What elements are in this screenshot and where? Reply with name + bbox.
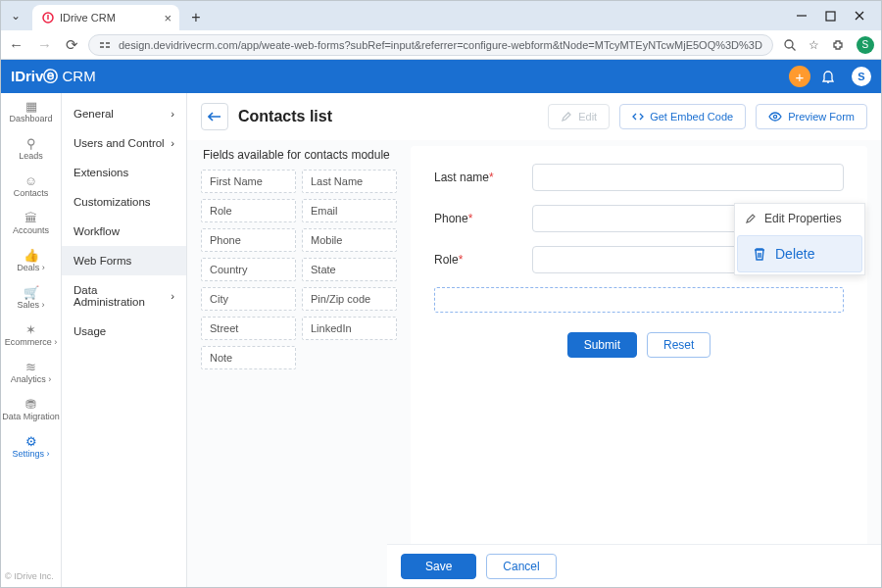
menu-delete[interactable]: Delete [737, 235, 862, 272]
gear-icon: ⚙ [25, 435, 37, 448]
url-text: design.devidrivecrm.com/app/weate-web-fo… [119, 39, 762, 51]
pencil-icon [745, 213, 757, 224]
nav-contacts[interactable]: ☺Contacts [1, 168, 61, 205]
save-button[interactable]: Save [401, 554, 476, 579]
form-label: Phone* [434, 212, 532, 225]
field-chip[interactable]: State [302, 258, 397, 281]
nav-data-migration[interactable]: ⛃Data Migration [1, 391, 61, 428]
window-minimize-icon[interactable] [796, 10, 808, 22]
back-button[interactable] [201, 103, 228, 130]
app-root: IDrivⓔ CRM + S ▦Dashboard ⚲Leads ☺Contac… [1, 60, 881, 587]
edit-button[interactable]: Edit [548, 104, 610, 129]
secondary-nav: General› Users and Control› Extensions C… [62, 93, 187, 587]
form-actions: Submit Reset [434, 328, 844, 373]
nav-sales[interactable]: 🛒Sales › [1, 279, 61, 317]
leads-icon: ⚲ [26, 137, 36, 150]
field-chip[interactable]: Role [201, 199, 296, 222]
field-chip[interactable]: Street [201, 317, 296, 340]
svg-point-13 [774, 115, 777, 118]
field-chip[interactable]: Pin/Zip code [302, 287, 397, 311]
form-label: Role* [434, 253, 532, 267]
profile-avatar[interactable]: S [857, 36, 874, 54]
site-controls-icon[interactable] [99, 39, 111, 51]
nav-deals[interactable]: 👍Deals › [1, 242, 61, 279]
app-header: IDrivⓔ CRM + S [1, 60, 881, 93]
window-maximize-icon[interactable] [825, 10, 836, 22]
svg-rect-9 [106, 46, 110, 48]
nav-analytics[interactable]: ≋Analytics › [1, 354, 61, 391]
tab-title: IDrive CRM [60, 12, 116, 24]
field-drop-zone[interactable] [434, 287, 844, 313]
ecommerce-icon: ✶ [25, 323, 36, 336]
required-mark: * [489, 171, 494, 184]
field-chip[interactable]: LinkedIn [302, 317, 397, 340]
field-chip[interactable]: Last Name [302, 170, 397, 193]
brand-logo[interactable]: IDrivⓔ CRM [11, 68, 96, 86]
menu-edit-properties[interactable]: Edit Properties [735, 204, 864, 233]
field-chip[interactable]: First Name [201, 170, 296, 193]
accounts-icon: 🏛 [24, 212, 37, 224]
nav-forward-icon[interactable]: → [37, 36, 52, 54]
snav-web-forms[interactable]: Web Forms [62, 246, 186, 275]
nav-dashboard[interactable]: ▦Dashboard [1, 93, 61, 130]
page-header: Contacts list Edit Get Embed Code Previe… [187, 93, 881, 140]
field-chip[interactable]: City [201, 287, 296, 311]
tab-dropdown-icon[interactable]: ⌄ [5, 9, 26, 23]
close-icon[interactable]: × [164, 11, 172, 25]
browser-tabstrip: ⌄ IDrive CRM × + [1, 1, 881, 30]
snav-users-control[interactable]: Users and Control› [62, 128, 186, 158]
nav-ecommerce[interactable]: ✶Ecommerce › [1, 317, 61, 354]
deals-icon: 👍 [24, 249, 39, 262]
extensions-icon[interactable] [831, 38, 845, 52]
brand-prefix: IDriv [11, 68, 43, 84]
new-tab-button[interactable]: + [185, 7, 207, 28]
svg-rect-7 [100, 46, 104, 48]
get-embed-button[interactable]: Get Embed Code [619, 104, 746, 129]
field-chip[interactable]: Email [302, 199, 397, 222]
field-chip[interactable]: Country [201, 258, 296, 281]
add-button[interactable]: + [789, 66, 810, 87]
form-preview: Last name* Phone* ⋮ Role* [411, 146, 867, 587]
preview-form-button[interactable]: Preview Form [756, 104, 867, 129]
snav-workflow[interactable]: Workflow [62, 217, 186, 246]
reset-button[interactable]: Reset [647, 332, 710, 358]
svg-rect-8 [106, 42, 110, 44]
snav-general[interactable]: General› [62, 99, 186, 128]
snav-extensions[interactable]: Extensions [62, 158, 186, 187]
nav-back-icon[interactable]: ← [9, 36, 24, 54]
field-chip[interactable]: Phone [201, 228, 296, 252]
app-body: ▦Dashboard ⚲Leads ☺Contacts 🏛Accounts 👍D… [1, 93, 881, 587]
analytics-icon: ≋ [25, 361, 36, 373]
nav-accounts[interactable]: 🏛Accounts [1, 205, 61, 242]
copyright: © IDrive Inc. [1, 565, 61, 587]
nav-leads[interactable]: ⚲Leads [1, 130, 61, 168]
field-chip[interactable]: Note [201, 346, 296, 369]
chevron-right-icon: › [171, 290, 174, 302]
snav-data-admin[interactable]: Data Administration› [62, 275, 186, 317]
svg-rect-1 [47, 15, 48, 20]
last-name-input[interactable] [532, 164, 844, 191]
browser-tab[interactable]: IDrive CRM × [32, 5, 179, 30]
submit-button[interactable]: Submit [567, 332, 637, 358]
fields-title: Fields available for contacts module [203, 148, 397, 162]
window-close-icon[interactable] [854, 10, 865, 22]
snav-customizations[interactable]: Customizations [62, 187, 186, 217]
nav-settings[interactable]: ⚙Settings › [1, 428, 61, 466]
svg-rect-6 [100, 42, 104, 44]
field-context-menu: Edit Properties Delete [734, 203, 865, 275]
data-migration-icon: ⛃ [25, 398, 36, 411]
form-label: Last name* [434, 171, 532, 184]
chevron-right-icon: › [171, 137, 174, 149]
bookmark-icon[interactable]: ☆ [808, 38, 819, 52]
page-title: Contacts list [238, 108, 538, 125]
field-chip[interactable]: Mobile [302, 228, 397, 252]
cancel-button[interactable]: Cancel [486, 554, 556, 579]
user-avatar[interactable]: S [852, 67, 871, 86]
code-icon [632, 111, 644, 122]
nav-reload-icon[interactable]: ⟳ [66, 36, 78, 54]
notifications-icon[interactable] [820, 69, 842, 84]
address-bar[interactable]: design.devidrivecrm.com/app/weate-web-fo… [88, 34, 773, 56]
zoom-icon[interactable] [783, 38, 797, 52]
snav-usage[interactable]: Usage [62, 317, 186, 346]
content-area: Contacts list Edit Get Embed Code Previe… [187, 93, 881, 587]
